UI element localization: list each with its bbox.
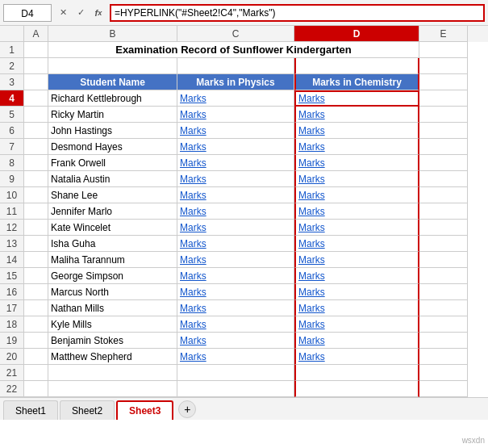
cell-e7[interactable] <box>419 139 468 155</box>
cell-b14[interactable]: Maliha Tarannum <box>48 252 177 268</box>
confirm-icon[interactable]: ✓ <box>73 5 89 21</box>
physics-link-11[interactable]: Marks <box>180 206 206 217</box>
cell-b9[interactable]: Natalia Austin <box>48 171 177 187</box>
physics-link-15[interactable]: Marks <box>180 270 206 282</box>
cell-d6[interactable]: Marks <box>294 123 419 139</box>
cell-e20[interactable] <box>419 349 468 365</box>
cell-d10[interactable]: Marks <box>294 187 419 203</box>
cell-b2[interactable] <box>48 58 177 74</box>
cancel-icon[interactable]: ✕ <box>55 5 71 21</box>
cell-d17[interactable]: Marks <box>294 300 419 316</box>
cell-d2[interactable] <box>294 58 419 74</box>
cell-a4[interactable] <box>24 90 48 107</box>
cell-b15[interactable]: George Simpson <box>48 268 177 284</box>
chemistry-link-12[interactable]: Marks <box>298 222 325 233</box>
cell-b5[interactable]: Ricky Martin <box>48 107 177 123</box>
physics-link-16[interactable]: Marks <box>180 287 206 298</box>
physics-link-13[interactable]: Marks <box>180 238 206 249</box>
cell-a6[interactable] <box>24 123 48 139</box>
cell-e14[interactable] <box>419 252 468 268</box>
col-header-e[interactable]: E <box>419 26 468 42</box>
cell-b16[interactable]: Marcus North <box>48 284 177 300</box>
cell-e4[interactable] <box>419 90 468 107</box>
cell-c14[interactable]: Marks <box>177 252 294 268</box>
physics-link-10[interactable]: Marks <box>180 190 206 201</box>
chemistry-link-11[interactable]: Marks <box>298 206 325 217</box>
cell-e3[interactable] <box>419 74 468 90</box>
cell-a8[interactable] <box>24 155 48 171</box>
cell-c19[interactable]: Marks <box>177 333 294 349</box>
cell-b7[interactable]: Desmond Hayes <box>48 139 177 155</box>
cell-e1[interactable] <box>419 42 468 58</box>
cell-d11[interactable]: Marks <box>294 203 419 220</box>
cell-e16[interactable] <box>419 284 468 300</box>
chemistry-link-17[interactable]: Marks <box>298 303 325 314</box>
cell-a10[interactable] <box>24 187 48 203</box>
cell-a9[interactable] <box>24 171 48 187</box>
chemistry-link-14[interactable]: Marks <box>298 254 325 266</box>
physics-link-20[interactable]: Marks <box>180 351 206 362</box>
cell-d12[interactable]: Marks <box>294 220 419 236</box>
cell-c15[interactable]: Marks <box>177 268 294 284</box>
cell-a16[interactable] <box>24 284 48 300</box>
cell-c11[interactable]: Marks <box>177 203 294 220</box>
cell-d22[interactable] <box>294 381 419 397</box>
chemistry-link-15[interactable]: Marks <box>298 270 325 282</box>
cell-c7[interactable]: Marks <box>177 139 294 155</box>
cell-c12[interactable]: Marks <box>177 220 294 236</box>
cell-e21[interactable] <box>419 365 468 381</box>
cell-c3-header[interactable]: Marks in Physics <box>177 74 294 90</box>
cell-title[interactable]: Examination Record of Sunflower Kinderga… <box>48 42 419 58</box>
cell-b22[interactable] <box>48 381 177 397</box>
cell-c9[interactable]: Marks <box>177 171 294 187</box>
cell-c13[interactable]: Marks <box>177 236 294 252</box>
cell-b19[interactable]: Benjamin Stokes <box>48 333 177 349</box>
col-header-d[interactable]: D <box>294 26 419 42</box>
cell-b8[interactable]: Frank Orwell <box>48 155 177 171</box>
cell-b13[interactable]: Isha Guha <box>48 236 177 252</box>
cell-a20[interactable] <box>24 349 48 365</box>
cell-c5[interactable]: Marks <box>177 107 294 123</box>
name-box[interactable]: D4 <box>3 4 52 22</box>
cell-c8[interactable]: Marks <box>177 155 294 171</box>
cell-a2[interactable] <box>24 58 48 74</box>
sheet-tab-sheet2[interactable]: Sheet2 <box>60 400 115 420</box>
cell-d5[interactable]: Marks <box>294 107 419 123</box>
sheet-tab-sheet1[interactable]: Sheet1 <box>3 400 58 420</box>
cell-d7[interactable]: Marks <box>294 139 419 155</box>
cell-b10[interactable]: Shane Lee <box>48 187 177 203</box>
cell-a17[interactable] <box>24 300 48 316</box>
cell-b17[interactable]: Nathan Mills <box>48 300 177 316</box>
cell-d8[interactable]: Marks <box>294 155 419 171</box>
chemistry-link-8[interactable]: Marks <box>298 157 325 169</box>
cell-b21[interactable] <box>48 365 177 381</box>
cell-d3-header[interactable]: Marks in Chemistry <box>294 74 419 90</box>
cell-e10[interactable] <box>419 187 468 203</box>
cell-c20[interactable]: Marks <box>177 349 294 365</box>
chemistry-link-6[interactable]: Marks <box>298 125 325 136</box>
sheet-tab-sheet3[interactable]: Sheet3 <box>116 400 173 420</box>
col-header-b[interactable]: B <box>48 26 177 42</box>
cell-a7[interactable] <box>24 139 48 155</box>
physics-link-9[interactable]: Marks <box>180 174 206 185</box>
cell-a1[interactable] <box>24 42 48 58</box>
cell-e12[interactable] <box>419 220 468 236</box>
cell-d15[interactable]: Marks <box>294 268 419 284</box>
cell-b12[interactable]: Kate Wincelet <box>48 220 177 236</box>
cell-b20[interactable]: Matthew Shepherd <box>48 349 177 365</box>
physics-link-5[interactable]: Marks <box>180 109 206 120</box>
physics-link-14[interactable]: Marks <box>180 254 206 266</box>
col-header-c[interactable]: C <box>177 26 294 42</box>
physics-link-17[interactable]: Marks <box>180 303 206 314</box>
cell-d19[interactable]: Marks <box>294 333 419 349</box>
cell-d9[interactable]: Marks <box>294 171 419 187</box>
cell-c4[interactable]: Marks <box>177 90 294 107</box>
chemistry-link-20[interactable]: Marks <box>298 351 325 362</box>
cell-b3-header[interactable]: Student Name <box>48 74 177 90</box>
cell-d4[interactable]: Marks <box>294 90 419 107</box>
cell-c18[interactable]: Marks <box>177 316 294 333</box>
cell-c2[interactable] <box>177 58 294 74</box>
cell-a19[interactable] <box>24 333 48 349</box>
cell-d16[interactable]: Marks <box>294 284 419 300</box>
cell-e15[interactable] <box>419 268 468 284</box>
